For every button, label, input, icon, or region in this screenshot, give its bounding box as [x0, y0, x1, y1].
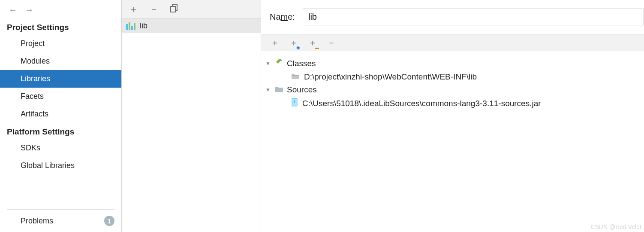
tree-item-sources-path[interactable]: C:\Users\51018\.ideaLibSources\commons-l…: [265, 96, 640, 110]
problems-label: Problems: [21, 217, 53, 226]
watermark: CSDN @Red Velet: [591, 223, 641, 230]
archive-icon: [291, 98, 298, 109]
sidebar-item-modules[interactable]: Modules: [0, 52, 121, 70]
tree-node-label: Sources: [287, 85, 317, 95]
library-roots-tree: ▼ Classes D:\project\xinzhi-shop\WebCont…: [261, 51, 644, 116]
libraries-list-panel: ＋ － lib: [122, 0, 261, 232]
folder-icon: [291, 72, 300, 82]
path-text: C:\Users\51018\.ideaLibSources\commons-l…: [302, 99, 541, 108]
sidebar-item-global-libraries[interactable]: Global Libraries: [0, 157, 121, 174]
name-row: Name:: [261, 0, 644, 34]
expander-icon[interactable]: ▼: [265, 61, 271, 67]
library-detail-panel: Name: ＋ ＋◉ ＋▬ － ▼ Classes D:\project\xin…: [261, 0, 644, 232]
add-icon[interactable]: ＋: [271, 37, 279, 49]
hammer-icon: [275, 58, 283, 69]
sidebar-item-libraries[interactable]: Libraries: [0, 70, 121, 88]
library-icon: [126, 22, 135, 30]
svg-rect-3: [292, 75, 299, 76]
sidebar-item-artifacts[interactable]: Artifacts: [0, 105, 121, 123]
path-text: D:\project\xinzhi-shop\WebContent\WEB-IN…: [304, 72, 477, 82]
libraries-toolbar: ＋ －: [122, 0, 261, 19]
library-item-label: lib: [140, 21, 147, 31]
add-from-web-icon[interactable]: ＋◉: [289, 37, 298, 49]
settings-sidebar: ← → Project Settings Project Modules Lib…: [0, 0, 122, 232]
library-name-input[interactable]: [303, 9, 644, 25]
tree-node-label: Classes: [287, 59, 316, 68]
sidebar-item-problems[interactable]: Problems 1: [0, 210, 121, 232]
name-label: Name:: [270, 12, 295, 22]
library-detail-toolbar: ＋ ＋◉ ＋▬ －: [261, 34, 644, 51]
sidebar-item-facets[interactable]: Facets: [0, 88, 121, 105]
sources-folder-icon: [275, 85, 283, 95]
tree-node-classes[interactable]: ▼ Classes: [265, 56, 640, 70]
project-settings-heading: Project Settings: [0, 18, 121, 35]
library-item-lib[interactable]: lib: [122, 19, 261, 33]
expander-icon[interactable]: ▼: [265, 87, 271, 93]
tree-item-classes-path[interactable]: D:\project\xinzhi-shop\WebContent\WEB-IN…: [265, 70, 640, 83]
nav-arrows: ← →: [0, 0, 121, 18]
sidebar-item-project[interactable]: Project: [0, 35, 121, 52]
problems-count-badge: 1: [104, 216, 114, 226]
platform-settings-heading: Platform Settings: [0, 123, 121, 139]
remove-icon[interactable]: －: [149, 3, 159, 16]
back-icon[interactable]: ←: [9, 5, 17, 15]
tree-node-sources[interactable]: ▼ Sources: [265, 83, 640, 96]
remove-icon[interactable]: －: [327, 37, 336, 49]
forward-icon[interactable]: →: [25, 5, 33, 15]
svg-rect-1: [171, 6, 175, 12]
copy-icon[interactable]: [170, 4, 178, 15]
sidebar-item-sdks[interactable]: SDKs: [0, 139, 121, 157]
add-folder-icon[interactable]: ＋▬: [308, 37, 317, 49]
add-icon[interactable]: ＋: [129, 3, 138, 16]
